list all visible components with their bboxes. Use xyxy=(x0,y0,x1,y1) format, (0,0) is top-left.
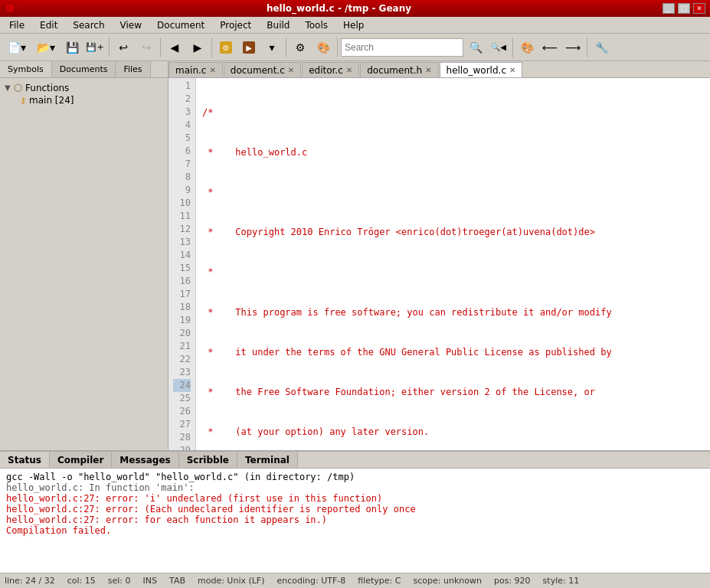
menu-search[interactable]: Search xyxy=(67,18,110,33)
tree-functions-root[interactable]: ▼ ⬡ Functions xyxy=(3,81,165,94)
bottom-tab-terminal[interactable]: Terminal xyxy=(237,452,298,468)
toolbar-separator-3 xyxy=(211,38,212,57)
line-num: 5 xyxy=(173,132,191,145)
editor-tab-document-c[interactable]: document.c ✕ xyxy=(224,62,301,77)
tab-close-icon[interactable]: ✕ xyxy=(288,66,294,74)
nav-forward-button[interactable]: ▶ xyxy=(187,37,208,58)
functions-icon: ⬡ xyxy=(14,82,22,93)
code-line-7: * it under the terms of the GNU General … xyxy=(202,346,704,359)
editor-tab-document-h[interactable]: document.h ✕ xyxy=(360,62,438,77)
tab-close-icon[interactable]: ✕ xyxy=(346,66,352,74)
editor-tab-editor-c[interactable]: editor.c ✕ xyxy=(302,62,359,77)
tab-close-icon[interactable]: ✕ xyxy=(209,66,215,74)
jump-back-button[interactable]: ⟵ xyxy=(539,37,561,58)
preferences-button[interactable]: ⚙ xyxy=(290,37,311,58)
window-title: hello_world.c - /tmp - Geany xyxy=(15,3,663,14)
redo-button[interactable]: ↪ xyxy=(136,37,157,58)
status-message-6: Compilation failed. xyxy=(6,525,704,536)
line-num: 6 xyxy=(173,145,191,158)
compile-button[interactable]: ⚙ xyxy=(215,37,237,58)
bottom-tab-compiler[interactable]: Compiler xyxy=(50,452,112,468)
save-button[interactable]: 💾 xyxy=(61,37,83,58)
toolbar-separator-1 xyxy=(109,38,110,57)
status-sel: sel: 0 xyxy=(108,576,131,586)
editor-container: 1 2 3 4 5 6 7 8 9 10 11 12 13 14 xyxy=(169,78,710,450)
undo-button[interactable]: ↩ xyxy=(113,37,134,58)
open-file-button[interactable]: 📂▾ xyxy=(32,37,60,58)
find-prev-button[interactable]: 🔍◀ xyxy=(488,37,509,58)
menu-build[interactable]: Build xyxy=(260,18,296,33)
color-picker-button[interactable]: 🎨 xyxy=(516,37,538,58)
bottom-tab-messages[interactable]: Messages xyxy=(112,452,178,468)
new-file-button[interactable]: 📄▾ xyxy=(3,37,31,58)
code-content[interactable]: /* * hello_world.c * * Copyright 2010 En… xyxy=(196,78,710,450)
menu-document[interactable]: Document xyxy=(151,18,211,33)
sidebar-content: ▼ ⬡ Functions ⚷ main [24] xyxy=(0,78,168,450)
line-num: 2 xyxy=(173,93,191,106)
menubar: File Edit Search View Document Project B… xyxy=(0,17,710,34)
bottom-tab-status[interactable]: Status xyxy=(0,452,50,468)
tab-close-icon[interactable]: ✕ xyxy=(509,66,515,74)
editor-area[interactable]: 1 2 3 4 5 6 7 8 9 10 11 12 13 14 xyxy=(169,78,710,450)
tab-label: document.h xyxy=(367,65,422,76)
svg-text:▶: ▶ xyxy=(246,44,252,52)
line-num: 9 xyxy=(173,184,191,197)
editor-tab-hello-world-c[interactable]: hello_world.c ✕ xyxy=(440,62,523,77)
menu-view[interactable]: View xyxy=(114,18,148,33)
line-num: 25 xyxy=(173,392,191,405)
search-input[interactable] xyxy=(341,38,463,57)
menu-file[interactable]: File xyxy=(3,18,31,33)
sidebar-tab-files[interactable]: Files xyxy=(116,61,150,77)
jump-forward-button[interactable]: ⟶ xyxy=(562,37,584,58)
toolbar: 📄▾ 📂▾ 💾 💾+ ↩ ↪ ◀ ▶ ⚙ ▶ ▾ ⚙ 🎨 🔍 🔍◀ 🎨 ⟵ ⟶ … xyxy=(0,34,710,61)
line-num: 24 xyxy=(173,379,191,392)
code-line-4: * Copyright 2010 Enrico Tröger <enrico(d… xyxy=(202,226,704,239)
find-button[interactable]: 🔍 xyxy=(465,37,486,58)
editor-and-sidebar: Symbols Documents Files ▼ ⬡ Functions ⚷ … xyxy=(0,61,710,450)
bottom-tab-scribble[interactable]: Scribble xyxy=(179,452,237,468)
status-message-4: hello_world.c:27: error: (Each undeclare… xyxy=(6,504,704,514)
tab-label: document.c xyxy=(231,65,285,76)
line-num: 22 xyxy=(173,353,191,366)
status-pos: pos: 920 xyxy=(494,576,531,586)
window-controls: _ □ ✕ xyxy=(663,3,705,14)
status-col: col: 15 xyxy=(67,576,96,586)
sidebar: Symbols Documents Files ▼ ⬡ Functions ⚷ … xyxy=(0,61,169,450)
menu-project[interactable]: Project xyxy=(214,18,257,33)
code-line-8: * the Free Software Foundation; either v… xyxy=(202,386,704,399)
line-num: 19 xyxy=(173,314,191,327)
color-button[interactable]: 🎨 xyxy=(312,37,334,58)
status-message-3: hello_world.c:27: error: 'i' undeclared … xyxy=(6,493,704,504)
run-button[interactable]: ▶ xyxy=(238,37,260,58)
line-num: 14 xyxy=(173,249,191,262)
tab-label: editor.c xyxy=(309,65,343,76)
sidebar-tab-symbols[interactable]: Symbols xyxy=(0,61,52,77)
editor-tab-main-c[interactable]: main.c ✕ xyxy=(169,62,223,77)
tree-main-item[interactable]: ⚷ main [24] xyxy=(18,94,165,106)
build-dropdown[interactable]: ▾ xyxy=(261,37,283,58)
code-line-1: /* xyxy=(202,106,704,119)
sidebar-tab-documents[interactable]: Documents xyxy=(52,61,116,77)
line-num: 13 xyxy=(173,236,191,249)
status-ins: INS xyxy=(143,576,157,586)
nav-back-button[interactable]: ◀ xyxy=(164,37,185,58)
editor-tab-bar: main.c ✕ document.c ✕ editor.c ✕ documen… xyxy=(169,61,710,78)
menu-edit[interactable]: Edit xyxy=(34,18,64,33)
minimize-button[interactable]: _ xyxy=(663,3,675,14)
line-num: 27 xyxy=(173,418,191,431)
menu-tools[interactable]: Tools xyxy=(299,18,334,33)
tree-expand-icon: ▼ xyxy=(5,83,11,92)
status-encoding: encoding: UTF-8 xyxy=(277,576,346,586)
status-message-5: hello_world.c:27: error: for each functi… xyxy=(6,514,704,525)
extra-button[interactable]: 🔧 xyxy=(591,37,612,58)
svg-text:⚙: ⚙ xyxy=(223,44,230,52)
status-filetype: filetype: C xyxy=(358,576,401,586)
save-all-button[interactable]: 💾+ xyxy=(84,37,106,58)
tab-close-icon[interactable]: ✕ xyxy=(425,66,431,74)
close-button[interactable]: ✕ xyxy=(693,3,705,14)
app-icon xyxy=(5,2,15,15)
editor-panel: main.c ✕ document.c ✕ editor.c ✕ documen… xyxy=(169,61,710,450)
maximize-button[interactable]: □ xyxy=(678,3,690,14)
titlebar: hello_world.c - /tmp - Geany _ □ ✕ xyxy=(0,0,710,17)
menu-help[interactable]: Help xyxy=(337,18,370,33)
